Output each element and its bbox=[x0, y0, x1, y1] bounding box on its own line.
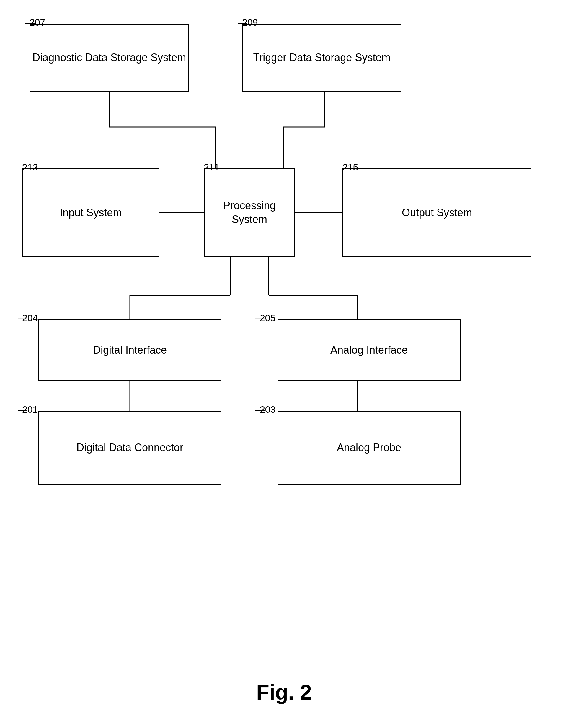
analog-interface-box: Analog Interface bbox=[278, 319, 460, 381]
ref-indicator-211: — bbox=[199, 162, 209, 173]
digital-interface-label: Digital Interface bbox=[93, 343, 167, 357]
digital-connector-box: Digital Data Connector bbox=[38, 411, 222, 485]
trigger-storage-label: Trigger Data Storage System bbox=[253, 51, 390, 65]
ref-indicator-207: — bbox=[25, 17, 35, 28]
diagram: Diagnostic Data Storage System 207 — Tri… bbox=[0, 0, 568, 650]
figure-label: Fig. 2 bbox=[256, 680, 312, 704]
output-system-label: Output System bbox=[402, 206, 472, 220]
processing-system-label: Processing System bbox=[205, 199, 294, 227]
ref-indicator-215: — bbox=[338, 162, 347, 173]
output-system-box: Output System bbox=[342, 168, 531, 257]
digital-connector-label: Digital Data Connector bbox=[77, 441, 183, 455]
ref-indicator-204: — bbox=[18, 313, 27, 324]
digital-interface-box: Digital Interface bbox=[38, 319, 222, 381]
ref-indicator-209: — bbox=[238, 17, 247, 28]
ref-indicator-203: — bbox=[256, 404, 265, 415]
analog-probe-label: Analog Probe bbox=[337, 441, 401, 455]
input-system-box: Input System bbox=[22, 168, 160, 257]
input-system-label: Input System bbox=[60, 206, 122, 220]
analog-probe-box: Analog Probe bbox=[278, 411, 460, 485]
ref-indicator-201: — bbox=[18, 404, 27, 415]
ref-indicator-205: — bbox=[256, 313, 265, 324]
analog-interface-label: Analog Interface bbox=[330, 343, 408, 357]
diagnostic-storage-box: Diagnostic Data Storage System bbox=[30, 24, 189, 92]
diagnostic-storage-label: Diagnostic Data Storage System bbox=[32, 51, 186, 65]
trigger-storage-box: Trigger Data Storage System bbox=[242, 24, 401, 92]
processing-system-box: Processing System bbox=[204, 168, 295, 257]
ref-indicator-213: — bbox=[18, 162, 27, 173]
